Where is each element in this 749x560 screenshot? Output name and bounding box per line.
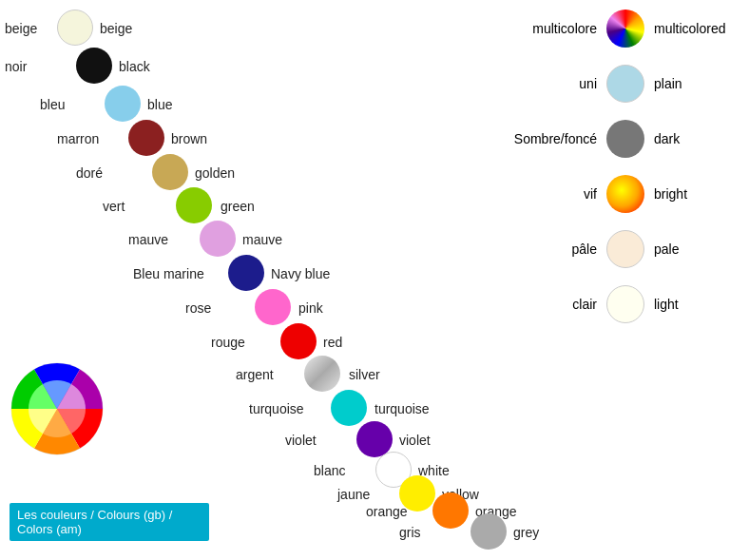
right-french-pale: pâle — [502, 241, 597, 257]
label-english-Navy blue: Navy blue — [271, 266, 330, 281]
bright-circle — [606, 175, 644, 213]
label-french-pink: rose — [185, 300, 211, 316]
label-french-beige: beige — [5, 21, 37, 36]
label-english-violet: violet — [399, 433, 431, 448]
label-french-blue: bleu — [40, 97, 65, 112]
label-french-orange: orange — [366, 504, 408, 519]
label-french-silver: argent — [236, 367, 274, 382]
circle-turquoise — [331, 390, 367, 426]
label-french-violet: violet — [285, 433, 317, 448]
circle-grey — [471, 513, 507, 550]
circle-black — [76, 48, 112, 84]
right-circle-light — [606, 285, 644, 323]
label-english-brown: brown — [171, 131, 207, 146]
circle-red — [280, 323, 317, 359]
right-french-bright: vif — [502, 186, 597, 202]
circle-beige — [57, 10, 93, 46]
circle-green — [176, 187, 212, 223]
right-english-bright: bright — [654, 186, 730, 202]
label-english-turquoise: turquoise — [374, 401, 430, 416]
label-french-green: vert — [103, 199, 125, 214]
right-circle-dark — [606, 120, 644, 158]
right-french-plain: uni — [502, 76, 597, 91]
rainbow-circle — [606, 10, 644, 48]
label-english-blue: blue — [147, 97, 172, 112]
label-english-black: black — [119, 59, 150, 74]
circle-pink — [255, 289, 291, 325]
label-french-black: noir — [5, 59, 27, 74]
right-french-multicolored: multicolore — [502, 21, 597, 36]
right-english-pale: pale — [654, 241, 730, 257]
circle-brown — [128, 120, 164, 156]
label-english-red: red — [323, 335, 342, 350]
circle-mauve — [200, 221, 236, 257]
label-french-turquoise: turquoise — [249, 401, 304, 416]
circle-silver — [304, 356, 340, 392]
label-english-pink: pink — [298, 300, 323, 316]
label-english-mauve: mauve — [242, 232, 282, 247]
circle-Navy blue — [228, 255, 264, 291]
label-french-mauve: mauve — [128, 232, 168, 247]
right-row-plain: uniplain — [502, 65, 730, 103]
right-row-multicolored: multicoloremulticolored — [502, 10, 730, 48]
label-english-grey: grey — [513, 525, 539, 540]
right-row-dark: Sombre/foncédark — [502, 120, 730, 158]
label-french-white: blanc — [314, 463, 345, 478]
footer-bar: Les couleurs / Colours (gb) / Colors (am… — [10, 503, 209, 541]
label-french-golden: doré — [76, 165, 103, 181]
right-english-multicolored: multicolored — [654, 21, 730, 36]
circle-golden — [152, 154, 188, 190]
label-english-green: green — [221, 199, 255, 214]
label-french-brown: marron — [57, 131, 99, 146]
right-french-dark: Sombre/foncé — [502, 131, 597, 146]
right-row-pale: pâlepale — [502, 230, 730, 268]
right-circle-pale — [606, 230, 644, 268]
label-french-grey: gris — [399, 525, 421, 540]
right-french-light: clair — [502, 297, 597, 312]
circle-orange — [432, 492, 469, 529]
label-english-silver: silver — [349, 367, 380, 382]
label-english-beige: beige — [100, 21, 132, 36]
right-english-light: light — [654, 297, 730, 312]
label-english-golden: golden — [195, 165, 235, 181]
right-circle-plain — [606, 65, 644, 103]
right-english-plain: plain — [654, 76, 730, 91]
label-french-red: rouge — [211, 335, 245, 350]
circle-blue — [105, 86, 141, 122]
label-french-Navy blue: Bleu marine — [133, 266, 204, 281]
label-french-yellow: jaune — [337, 487, 370, 502]
right-english-dark: dark — [654, 131, 730, 146]
footer-text: Les couleurs / Colours (gb) / Colors (am… — [17, 508, 172, 536]
right-row-light: clairlight — [502, 285, 730, 323]
color-wheel — [10, 361, 105, 456]
right-panel: multicoloremulticoloreduniplainSombre/fo… — [502, 10, 730, 340]
right-row-bright: vifbright — [502, 175, 730, 213]
